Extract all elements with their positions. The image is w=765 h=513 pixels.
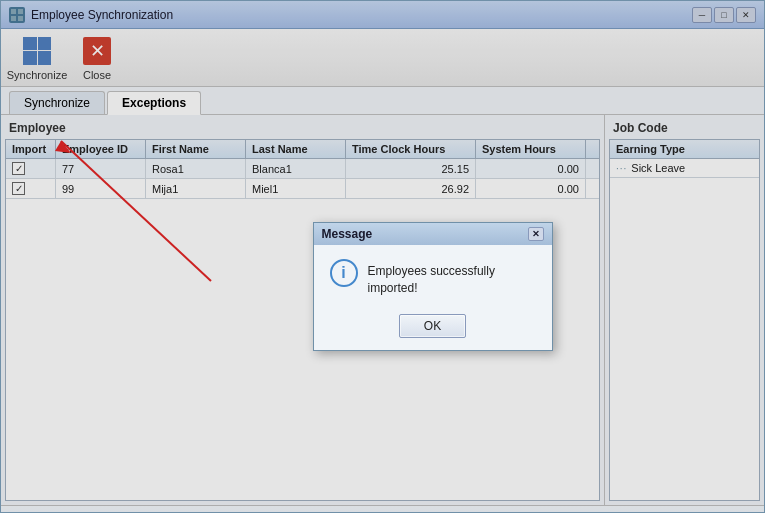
- modal-close-button[interactable]: ✕: [528, 227, 544, 241]
- modal-title-bar: Message ✕: [314, 223, 552, 245]
- modal-overlay: Message ✕ i Employees successfully impor…: [1, 1, 764, 512]
- message-dialog: Message ✕ i Employees successfully impor…: [313, 222, 553, 352]
- arrow-decoration: [41, 131, 251, 291]
- info-icon: i: [330, 259, 358, 287]
- modal-title: Message: [322, 227, 373, 241]
- ok-button[interactable]: OK: [399, 314, 466, 338]
- modal-body: i Employees successfully imported!: [314, 245, 552, 311]
- svg-line-4: [61, 141, 211, 281]
- svg-marker-5: [55, 141, 71, 153]
- modal-footer: OK: [314, 310, 552, 350]
- modal-message: Employees successfully imported!: [368, 259, 536, 297]
